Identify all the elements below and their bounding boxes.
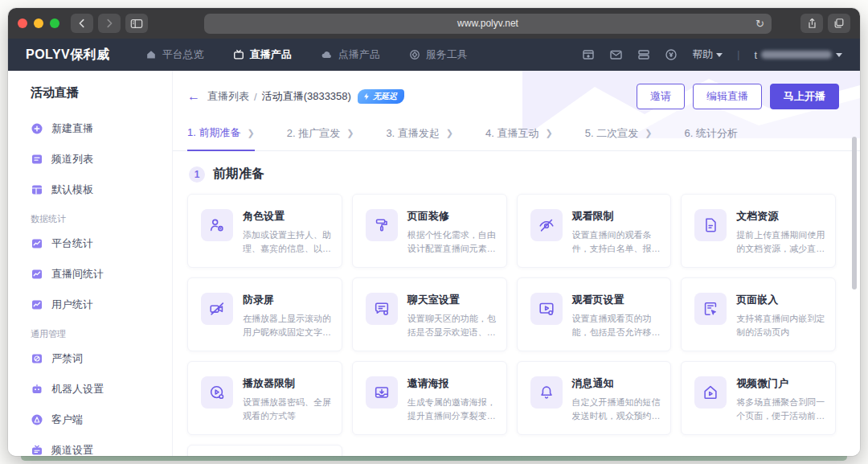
sidebar-item-platform-stats[interactable]: 平台统计 xyxy=(31,228,172,259)
card-message-notification[interactable]: 消息通知自定义开播通知的短信发送时机，观众预约直播后，... xyxy=(517,361,672,435)
channel-list-icon xyxy=(31,153,43,166)
tab-launch[interactable]: 3. 直播发起❯ xyxy=(386,125,453,150)
minimize-window-button[interactable] xyxy=(34,18,43,28)
player-gear-icon xyxy=(208,384,226,401)
card-page-decoration[interactable]: 页面装修根据个性化需求，自由设计配置直播间元素。支持自... xyxy=(352,194,507,268)
sidebar-section-general-admin: 通用管理 xyxy=(31,328,172,340)
channel-settings-icon xyxy=(31,444,43,456)
bell-icon xyxy=(538,384,555,401)
nav-divider: | xyxy=(737,49,739,60)
sidebar-item-robot-settings[interactable]: 机器人设置 xyxy=(31,374,172,404)
browser-chrome: www.polyv.net ↻ xyxy=(8,8,860,39)
no-delay-badge: 无延迟 xyxy=(358,89,404,104)
help-menu[interactable]: 帮助 xyxy=(692,47,723,62)
polyv-logo[interactable]: POLYV保利威 xyxy=(26,47,110,64)
chat-gear-icon xyxy=(373,300,391,318)
sidebar-item-client[interactable]: 客户端 xyxy=(31,404,172,435)
card-video-portal[interactable]: 视频微门户将多场直播聚合到同一个页面，便于活动前期的宣发... xyxy=(681,361,836,435)
start-live-button[interactable]: 马上开播 xyxy=(770,84,839,109)
url-bar[interactable]: www.polyv.net ↻ xyxy=(204,14,772,34)
video-page-gear-icon xyxy=(538,300,555,318)
username-redacted xyxy=(761,51,832,59)
card-chatroom-settings[interactable]: 聊天室设置设置聊天区的功能，包括是否显示欢迎语、是否支持... xyxy=(352,277,507,351)
tab-preparation[interactable]: 1. 前期准备❯ xyxy=(187,125,255,151)
card-wechat-official[interactable]: 公众号适用于直播间引流至公众号或客服，沉淀用户至私域... xyxy=(187,445,342,456)
invite-button[interactable]: 邀请 xyxy=(637,84,685,109)
back-arrow-icon[interactable]: ← xyxy=(187,90,200,103)
card-watch-restriction[interactable]: 观看限制设置直播间的观看条件，支持白名单、报名观看、验... xyxy=(517,194,672,268)
card-invite-poster[interactable]: 邀请海报生成专属的邀请海报，提升直播间分享裂变的效果 xyxy=(352,361,507,435)
back-button[interactable] xyxy=(71,14,93,33)
tabs-overview-button[interactable] xyxy=(828,14,850,33)
share-button[interactable] xyxy=(800,14,823,33)
sidebar-section-data-stats: 数据统计 xyxy=(31,213,172,225)
cloud-icon xyxy=(321,49,333,60)
sidebar-item-new-live[interactable]: 新建直播 xyxy=(31,113,172,144)
card-watch-page-settings[interactable]: 观看页设置设置直播观看页的功能，包括是否允许移动端观看等 xyxy=(517,277,672,351)
close-window-button[interactable] xyxy=(18,18,27,28)
sidebar-panel-icon xyxy=(130,18,143,29)
browser-window: www.polyv.net ↻ POLYV保利威 平台总览 直播产品 xyxy=(8,8,860,456)
card-anti-screen-record[interactable]: 防录屏在播放器上显示滚动的用户昵称或固定文字，达到防... xyxy=(187,277,342,351)
chevron-right-icon: ❯ xyxy=(645,128,652,138)
role-person-icon xyxy=(208,216,226,234)
menu-item-live-products[interactable]: 直播产品 xyxy=(233,47,292,62)
camera-off-icon xyxy=(208,300,226,318)
chart-icon xyxy=(31,298,43,311)
sidebar-item-channel-settings[interactable]: 频道设置 xyxy=(31,435,172,456)
storage-box-icon[interactable] xyxy=(582,48,595,61)
chevron-left-icon xyxy=(76,18,88,29)
eye-off-icon xyxy=(538,216,555,234)
maximize-window-button[interactable] xyxy=(50,18,59,28)
breadcrumb-current: 活动直播(3833358) xyxy=(262,89,351,104)
user-account-menu[interactable]: t xyxy=(754,49,842,61)
card-document-resources[interactable]: 文档资源提前上传直播期间使用的文档资源，减少直播中的失... xyxy=(681,194,836,268)
banned-word-icon xyxy=(31,352,43,365)
window-controls xyxy=(18,18,59,28)
top-navbar: POLYV保利威 平台总览 直播产品 点播产品 服务工具 xyxy=(8,39,860,71)
plus-circle-icon xyxy=(31,122,43,135)
chevron-down-icon xyxy=(716,53,723,57)
sidebar-item-default-template[interactable]: 默认模板 xyxy=(31,175,172,205)
menu-item-vod-products[interactable]: 点播产品 xyxy=(321,47,380,62)
scroll-area: 1 前期准备 角色设置添加或设置主持人、助理、嘉宾的信息、以及新增助... 页面… xyxy=(173,151,860,456)
document-icon xyxy=(702,216,719,234)
card-role-settings[interactable]: 角色设置添加或设置主持人、助理、嘉宾的信息、以及新增助... xyxy=(187,194,342,268)
breadcrumb: ← 直播列表 / 活动直播(3833358) 无延迟 邀请 编辑直播 马上开播 xyxy=(173,71,860,109)
sidebar-item-room-stats[interactable]: 直播间统计 xyxy=(31,259,172,289)
section-number: 1 xyxy=(189,166,205,183)
poster-icon xyxy=(373,384,391,401)
menu-item-platform-overview[interactable]: 平台总览 xyxy=(145,47,204,62)
live-icon xyxy=(233,49,244,60)
breadcrumb-parent[interactable]: 直播列表 xyxy=(207,89,249,104)
breadcrumb-separator: / xyxy=(254,91,257,103)
robot-icon xyxy=(31,383,43,396)
mail-icon[interactable] xyxy=(609,48,623,61)
feature-card-grid: 角色设置添加或设置主持人、助理、嘉宾的信息、以及新增助... 页面装修根据个性化… xyxy=(187,194,836,456)
section-header: 1 前期准备 xyxy=(189,166,836,183)
reload-icon[interactable]: ↻ xyxy=(755,18,764,29)
vertical-scrollbar[interactable] xyxy=(852,137,857,289)
server-icon[interactable] xyxy=(637,48,650,61)
sidebar-item-channel-list[interactable]: 频道列表 xyxy=(31,144,172,175)
tab-statistics[interactable]: 6. 统计分析 xyxy=(684,125,737,150)
share-icon xyxy=(807,18,817,29)
card-player-restriction[interactable]: 播放器限制设置播放器密码、全屏观看的方式等 xyxy=(187,361,342,435)
main-menu: 平台总览 直播产品 点播产品 服务工具 xyxy=(145,47,468,62)
template-icon xyxy=(31,183,43,196)
tab-promotion[interactable]: 2. 推广宣发❯ xyxy=(287,125,354,150)
forward-button[interactable] xyxy=(98,14,121,33)
coin-icon[interactable] xyxy=(665,48,678,61)
home-play-icon xyxy=(702,384,719,401)
sidebar-item-banned-words[interactable]: 严禁词 xyxy=(31,343,172,374)
tab-re-promotion[interactable]: 5. 二次宣发❯ xyxy=(585,125,653,150)
chart-icon xyxy=(31,268,43,281)
sidebar-item-user-stats[interactable]: 用户统计 xyxy=(31,289,172,320)
card-page-embed[interactable]: 页面嵌入支持将直播间内嵌到定制的活动页内 xyxy=(681,277,836,351)
chevron-right-icon: ❯ xyxy=(346,128,354,138)
edit-live-button[interactable]: 编辑直播 xyxy=(693,84,762,109)
home-icon xyxy=(145,49,157,60)
menu-item-service-tools[interactable]: 服务工具 xyxy=(409,47,468,62)
tab-interaction[interactable]: 4. 直播互动❯ xyxy=(485,125,553,150)
sidebar-toggle-button[interactable] xyxy=(125,14,148,33)
